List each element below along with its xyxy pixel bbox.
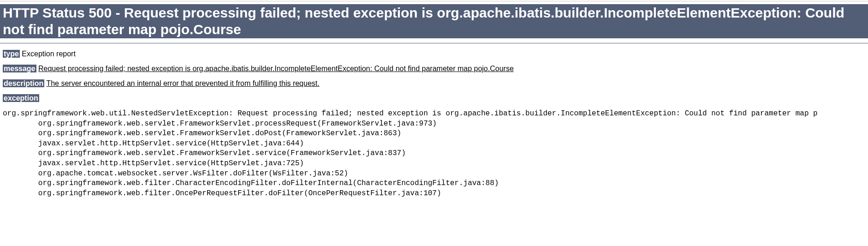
exception-label: exception: [3, 94, 39, 102]
description-line: description The server encountered an in…: [0, 79, 868, 88]
section-divider: [0, 43, 868, 43]
type-label: type: [3, 50, 20, 58]
type-line: type Exception report: [0, 50, 868, 58]
message-label: message: [3, 65, 36, 72]
exception-stack-trace: org.springframework.web.util.NestedServl…: [0, 109, 868, 198]
type-value: Exception report: [22, 50, 76, 58]
description-label: description: [3, 79, 44, 87]
message-value: Request processing failed; nested except…: [38, 65, 514, 72]
description-value: The server encountered an internal error…: [46, 79, 319, 87]
top-divider: [0, 1, 868, 1]
status-header: HTTP Status 500 - Request processing fai…: [0, 4, 868, 38]
exception-line: exception: [0, 94, 868, 102]
message-line: message Request processing failed; neste…: [0, 65, 868, 73]
